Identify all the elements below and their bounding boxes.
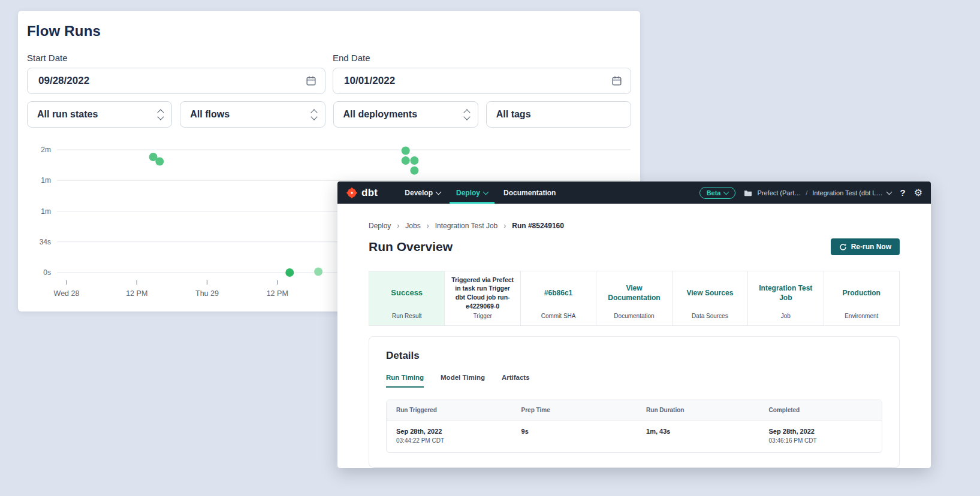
start-date-input[interactable]: 09/28/2022 — [27, 68, 325, 94]
table-row: Sep 28th, 2022 03:44:22 PM CDT 9s 1m, 43… — [387, 421, 882, 452]
tab-run-timing[interactable]: Run Timing — [386, 374, 424, 388]
flows-select[interactable]: All flows — [180, 101, 325, 128]
cell-run-duration: 1m, 43s — [637, 421, 759, 452]
nav-deploy-label: Deploy — [456, 189, 480, 197]
prep-time-value: 9s — [521, 428, 628, 435]
trigger-value: Triggered via Prefect in task run Trigge… — [450, 276, 514, 311]
deployments-value: All deployments — [343, 109, 465, 120]
beta-badge[interactable]: Beta — [699, 187, 736, 199]
table-header-row: Run Triggered Prep Time Run Duration Com… — [387, 400, 882, 421]
breadcrumb-jobs[interactable]: Jobs — [405, 222, 420, 230]
nav-develop[interactable]: Develop — [398, 182, 447, 204]
end-date-value: 10/01/2022 — [344, 75, 611, 87]
trigger-label: Trigger — [445, 313, 520, 319]
run-timing-table: Run Triggered Prep Time Run Duration Com… — [386, 400, 882, 453]
run-triggered-time: 03:44:22 PM CDT — [396, 437, 502, 444]
help-icon[interactable]: ? — [900, 187, 905, 198]
completed-time: 03:46:16 PM CDT — [769, 437, 872, 444]
y-axis-tick-label: 34s — [40, 238, 51, 246]
tab-artifacts[interactable]: Artifacts — [502, 374, 530, 388]
flow-run-point[interactable] — [285, 268, 294, 277]
header-run-triggered: Run Triggered — [387, 400, 512, 420]
environment-link[interactable]: Production — [843, 288, 881, 298]
y-axis-tick-label: 0s — [43, 268, 51, 277]
commit-sha-label: Commit SHA — [521, 313, 596, 319]
beta-label: Beta — [707, 189, 721, 196]
run-summary-cards: Success Run Result Triggered via Prefect… — [369, 271, 900, 326]
tab-model-timing[interactable]: Model Timing — [441, 374, 485, 388]
rerun-now-label: Re-run Now — [851, 243, 891, 251]
view-sources-link[interactable]: View Sources — [686, 288, 733, 298]
start-date-label: Start Date — [27, 53, 325, 63]
dbt-cloud-window: dbt Develop Deploy Documentation Beta — [337, 182, 931, 468]
breadcrumb-separator-icon: › — [397, 222, 399, 230]
select-stepper-icon — [312, 110, 316, 119]
folder-icon — [744, 189, 752, 196]
flow-run-point[interactable] — [402, 156, 410, 165]
header-completed: Completed — [759, 400, 882, 420]
completed-date: Sep 28th, 2022 — [769, 428, 872, 435]
chevron-down-icon — [483, 189, 489, 195]
dbt-brand-text: dbt — [361, 187, 378, 199]
header-prep-time: Prep Time — [512, 400, 637, 420]
rerun-now-button[interactable]: Re-run Now — [831, 238, 900, 255]
breadcrumb-job-name[interactable]: Integration Test Job — [435, 222, 498, 230]
cell-run-triggered: Sep 28th, 2022 03:44:22 PM CDT — [387, 421, 512, 452]
desktop: Flow Runs Start Date 09/28/2022 — [0, 0, 980, 496]
breadcrumb-run-id: Run #85249160 — [512, 222, 564, 230]
cell-prep-time: 9s — [512, 421, 637, 452]
x-axis-tick-label: 12 PM — [267, 289, 288, 298]
calendar-icon[interactable] — [611, 75, 622, 86]
nav-develop-label: Develop — [405, 189, 433, 197]
flow-run-point[interactable] — [314, 267, 322, 276]
details-section: Details Run Timing Model Timing Artifact… — [369, 336, 900, 468]
calendar-icon[interactable] — [306, 75, 316, 86]
tags-select[interactable]: All tags — [486, 101, 631, 128]
data-sources-card: View Sources Data Sources — [673, 271, 748, 325]
y-axis-tick-label: 2m — [41, 146, 51, 154]
refresh-icon — [839, 243, 847, 251]
run-states-select[interactable]: All run states — [27, 101, 172, 128]
job-link[interactable]: Integration Test Job — [753, 283, 818, 303]
nav-documentation[interactable]: Documentation — [497, 182, 562, 204]
commit-sha-card: #6b86c1 Commit SHA — [521, 271, 596, 325]
deployments-select[interactable]: All deployments — [333, 101, 478, 128]
run-duration-value: 1m, 43s — [646, 428, 749, 435]
dbt-logo[interactable]: dbt — [346, 182, 378, 204]
page-title: Run Overview — [369, 240, 453, 254]
run-result-card: Success Run Result — [369, 271, 445, 325]
nav-deploy[interactable]: Deploy — [450, 182, 494, 204]
documentation-card: View Documentation Documentation — [596, 271, 672, 325]
x-axis-tick-label: 12 PM — [126, 289, 147, 298]
x-axis-tick-label: Thu 29 — [195, 289, 219, 298]
chevron-down-icon — [436, 189, 442, 195]
x-axis-tick-label: Wed 28 — [54, 289, 80, 298]
project-switcher[interactable]: Prefect (Part… / Integration Test (dbt L… — [744, 189, 891, 196]
cell-completed: Sep 28th, 2022 03:46:16 PM CDT — [759, 421, 882, 452]
flow-run-point[interactable] — [410, 156, 418, 165]
run-states-value: All run states — [37, 109, 158, 120]
select-stepper-icon — [158, 110, 163, 119]
run-result-label: Run Result — [369, 313, 444, 319]
documentation-label: Documentation — [596, 313, 671, 319]
flow-run-point[interactable] — [410, 167, 418, 175]
view-documentation-link[interactable]: View Documentation — [602, 283, 666, 303]
chevron-down-icon — [723, 189, 729, 195]
gear-icon[interactable]: ⚙ — [914, 188, 922, 198]
flow-run-point[interactable] — [402, 147, 410, 155]
start-date-value: 09/28/2022 — [38, 75, 306, 87]
flow-run-point[interactable] — [155, 158, 164, 166]
nav-documentation-label: Documentation — [503, 189, 556, 197]
breadcrumb-separator-icon: › — [503, 222, 506, 230]
breadcrumb-deploy[interactable]: Deploy — [369, 222, 391, 230]
data-sources-label: Data Sources — [673, 313, 747, 319]
job-label: Job — [748, 313, 823, 319]
details-title: Details — [386, 350, 882, 362]
breadcrumb-separator-icon: › — [427, 222, 429, 230]
project-name: Prefect (Part… — [757, 189, 801, 196]
environment-name: Integration Test (dbt L… — [812, 189, 882, 196]
end-date-input[interactable]: 10/01/2022 — [333, 68, 631, 94]
job-card: Integration Test Job Job — [748, 271, 824, 325]
environment-card: Production Environment — [824, 271, 899, 325]
commit-sha-link[interactable]: #6b86c1 — [544, 288, 572, 298]
